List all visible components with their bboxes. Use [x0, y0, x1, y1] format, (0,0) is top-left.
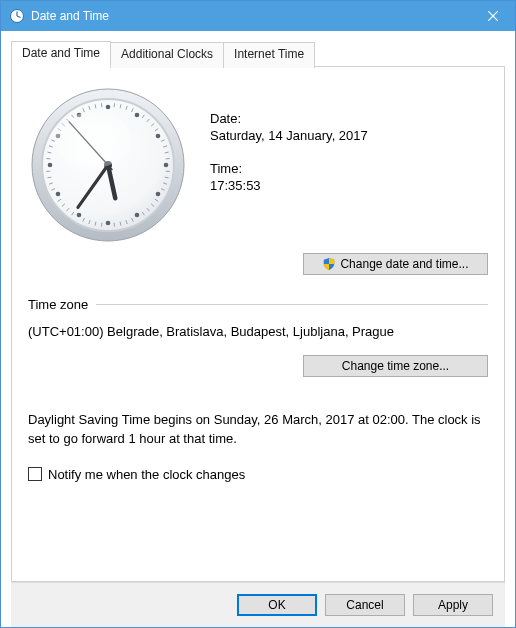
notify-label: Notify me when the clock changes [48, 467, 245, 482]
svg-point-16 [56, 192, 61, 197]
svg-point-71 [55, 112, 131, 168]
timezone-section-label: Time zone [28, 297, 88, 312]
date-time-icon [9, 8, 25, 24]
uac-shield-icon [322, 257, 336, 271]
svg-point-15 [77, 213, 82, 218]
change-date-time-button[interactable]: Change date and time... [303, 253, 488, 275]
change-datetime-row: Change date and time... [28, 253, 488, 275]
cancel-button[interactable]: Cancel [325, 594, 405, 616]
svg-point-12 [156, 134, 161, 139]
dialog-footer: OK Cancel Apply [11, 582, 505, 627]
svg-point-8 [106, 221, 111, 226]
close-button[interactable] [470, 1, 515, 31]
change-timezone-button[interactable]: Change time zone... [303, 355, 488, 377]
tab-strip: Date and Time Additional Clocks Internet… [11, 41, 505, 67]
time-label: Time: [210, 161, 368, 176]
apply-button[interactable]: Apply [413, 594, 493, 616]
tab-panel-date-and-time: Date: Saturday, 14 January, 2017 Time: 1… [11, 66, 505, 582]
time-value: 17:35:53 [210, 178, 368, 193]
svg-point-10 [164, 163, 169, 168]
change-date-time-label: Change date and time... [340, 257, 468, 271]
timezone-value: (UTC+01:00) Belgrade, Bratislava, Budape… [28, 324, 488, 339]
svg-point-9 [48, 163, 53, 168]
ok-button[interactable]: OK [237, 594, 317, 616]
date-time-dialog: Date and Time Date and Time Additional C… [0, 0, 516, 628]
notify-checkbox[interactable] [28, 467, 42, 481]
date-value: Saturday, 14 January, 2017 [210, 128, 368, 143]
svg-point-11 [135, 113, 140, 118]
change-timezone-row: Change time zone... [28, 355, 488, 377]
titlebar: Date and Time [1, 1, 515, 31]
window-title: Date and Time [31, 9, 470, 23]
divider [96, 304, 488, 305]
tab-internet-time[interactable]: Internet Time [223, 42, 315, 68]
svg-point-14 [135, 213, 140, 218]
change-timezone-label: Change time zone... [342, 359, 449, 373]
close-icon [488, 11, 498, 21]
datetime-text: Date: Saturday, 14 January, 2017 Time: 1… [210, 85, 368, 211]
date-label: Date: [210, 111, 368, 126]
notify-row: Notify me when the clock changes [28, 467, 488, 482]
datetime-row: Date: Saturday, 14 January, 2017 Time: 1… [28, 85, 488, 245]
tab-date-and-time[interactable]: Date and Time [11, 41, 111, 67]
svg-point-7 [106, 105, 111, 110]
timezone-section-header: Time zone [28, 297, 488, 312]
dst-info-text: Daylight Saving Time begins on Sunday, 2… [28, 411, 488, 449]
analog-clock [28, 85, 188, 245]
tab-additional-clocks[interactable]: Additional Clocks [110, 42, 224, 68]
svg-point-13 [156, 192, 161, 197]
client-area: Date and Time Additional Clocks Internet… [1, 31, 515, 627]
